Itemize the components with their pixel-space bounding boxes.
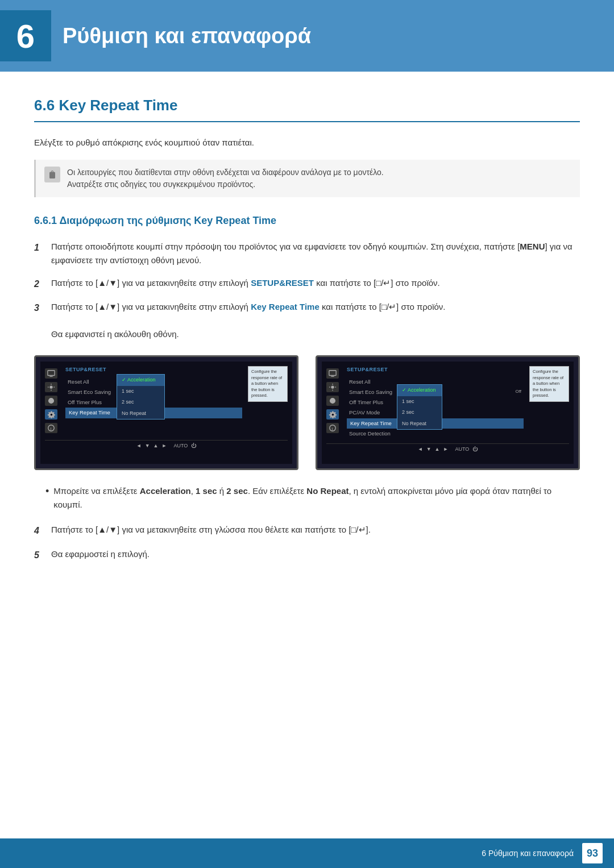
chapter-number: 6 (0, 10, 51, 61)
chapter-title: Ρύθμιση και επαναφορά (63, 20, 311, 52)
osd-left-icons-1: i (45, 366, 57, 435)
nav-btn-left: ◄ (136, 442, 142, 450)
intro-paragraph: Ελέγξτε το ρυθμό απόκρισης ενός κουμπιού… (34, 136, 580, 149)
note-text: Οι λειτουργίες που διατίθενται στην οθόν… (67, 167, 384, 190)
osd-submenu-1: ✓ Acceleration 1 sec 2 sec No Repeat (117, 374, 165, 420)
nav-power: ⏻ (191, 442, 196, 450)
nav-btn-up: ▲ (154, 442, 159, 450)
svg-rect-0 (48, 371, 55, 376)
step-1: 1 Πατήστε οποιοδήποτε κουμπί στην πρόσοψ… (34, 240, 580, 267)
nav-btn-right-2: ► (443, 446, 449, 454)
nav-power-2: ⏻ (472, 446, 478, 454)
osd-info-box-1: Configure the response rate of a button … (248, 366, 288, 402)
subsection-heading: 6.6.1 Διαμόρφωση της ρύθμισης Key Repeat… (34, 213, 580, 229)
osd-submenu-1sec: 1 sec (117, 386, 164, 397)
osd-icon-monitor (45, 368, 57, 379)
osd-icon-info: i (45, 423, 57, 433)
svg-point-21 (332, 414, 334, 416)
svg-rect-12 (329, 371, 336, 376)
section-heading: 6.6 Key Repeat Time (34, 94, 580, 122)
osd-icon-settings (45, 409, 57, 420)
osd-icon-color (45, 396, 57, 406)
screen-1: i SETUP&RESET Reset All Smart Eco Saving… (34, 355, 298, 470)
osd-submenu-1sec-2: 1 sec (397, 396, 442, 408)
svg-text:i: i (332, 426, 333, 431)
svg-point-14 (331, 385, 334, 388)
osd-main-panel-2: SETUP&RESET Reset All Smart Eco SavingOf… (347, 366, 524, 439)
osd-icon-monitor-2 (326, 368, 339, 379)
step-3: 3 Πατήστε το [▲/▼] για να μετακινηθείτε … (34, 300, 580, 341)
bullet-note: • Μπορείτε να επιλέξετε Acceleration, 1 … (45, 484, 580, 512)
nav-btn-down: ▼ (145, 442, 150, 450)
osd-submenu-2sec-2: 2 sec (397, 407, 442, 418)
osd-title-1: SETUP&RESET (65, 366, 242, 374)
footer-chapter-text: 6 Ρύθμιση και επαναφορά (482, 848, 574, 859)
osd-icon-color-2 (326, 396, 339, 406)
osd-icon-brightness (45, 382, 57, 392)
osd-info-box-2: Configure the response rate of a button … (529, 366, 569, 402)
screens-container: i SETUP&RESET Reset All Smart Eco Saving… (34, 355, 580, 470)
bullet-note-text: Μπορείτε να επιλέξετε Acceleration, 1 se… (53, 484, 580, 512)
osd-item-source: Source Detection (347, 429, 524, 439)
osd-left-icons-2: i (326, 366, 339, 439)
monitor-nav-bar-1: ◄ ▼ ▲ ► AUTO ⏻ (45, 440, 288, 452)
footer-page-number: 93 (582, 843, 603, 863)
svg-point-9 (51, 414, 53, 416)
page-footer: 6 Ρύθμιση και επαναφορά 93 (0, 838, 614, 868)
osd-submenu-norepeat-2: No Repeat (397, 418, 442, 430)
osd-submenu-2sec: 2 sec (117, 397, 164, 408)
screen-2: i SETUP&RESET Reset All Smart Eco Saving… (316, 355, 580, 470)
step-4: 4 Πατήστε το [▲/▼] για να μετακινηθείτε … (34, 523, 580, 538)
nav-btn-left-2: ◄ (418, 446, 423, 454)
nav-auto-2: AUTO (455, 446, 469, 454)
step-5: 5 Θα εφαρμοστεί η επιλογή. (34, 547, 580, 563)
steps-continued-list: 4 Πατήστε το [▲/▼] για να μετακινηθείτε … (34, 523, 580, 562)
osd-submenu-norepeat: No Repeat (117, 408, 164, 420)
osd-submenu-acceleration-checked: ✓ Acceleration (117, 375, 164, 386)
osd-title-2: SETUP&RESET (347, 366, 524, 374)
osd-icon-settings-2 (326, 409, 339, 420)
monitor-nav-bar-2: ◄ ▼ ▲ ► AUTO ⏻ (326, 443, 569, 455)
osd-icon-brightness-2 (326, 382, 339, 392)
nav-btn-up-2: ▲ (435, 446, 440, 454)
steps-list: 1 Πατήστε οποιοδήποτε κουμπί στην πρόσοψ… (34, 240, 580, 342)
main-content: 6.6 Key Repeat Time Ελέγξτε το ρυθμό από… (0, 94, 614, 562)
svg-text:i: i (51, 426, 52, 431)
header-banner: 6 Ρύθμιση και επαναφορά (0, 0, 614, 72)
osd-icon-info-2: i (326, 423, 339, 433)
note-icon (44, 167, 60, 182)
osd-submenu-2: ✓ Acceleration 1 sec 2 sec No Repeat (397, 384, 442, 430)
nav-btn-right: ► (162, 442, 167, 450)
osd-submenu-acceleration-checked-2: ✓ Acceleration (397, 385, 442, 396)
step-2: 2 Πατήστε το [▲/▼] για να μετακινηθείτε … (34, 276, 580, 292)
nav-auto: AUTO (173, 442, 188, 450)
svg-point-2 (49, 385, 52, 388)
note-box: Οι λειτουργίες που διατίθενται στην οθόν… (34, 160, 580, 197)
nav-btn-down-2: ▼ (426, 446, 432, 454)
osd-main-panel-1: SETUP&RESET Reset All Smart Eco Saving O… (65, 366, 242, 435)
